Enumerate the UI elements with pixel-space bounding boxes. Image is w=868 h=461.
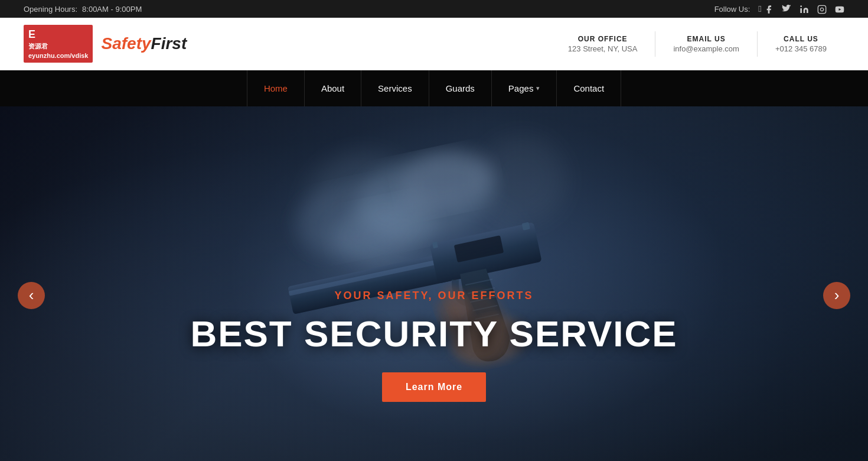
linkedin-icon[interactable] bbox=[800, 4, 809, 14]
hero-slider: YOUR SAFETY, OUR EFFORTS BEST SECURITY S… bbox=[0, 106, 868, 461]
nav-item-contact[interactable]: Contact bbox=[557, 70, 621, 106]
learn-more-button[interactable]: Learn More bbox=[382, 372, 486, 402]
call-label: CALL US bbox=[784, 35, 818, 43]
watermark: E 资源君 eyunzhu.com/vdisk bbox=[24, 25, 93, 63]
watermark-line2: eyunzhu.com/vdisk bbox=[28, 52, 88, 59]
next-slide-button[interactable]: › bbox=[823, 282, 850, 309]
hero-title: BEST SECURITY SERVICE bbox=[0, 313, 868, 355]
office-value: 123 Street, NY, USA bbox=[568, 44, 638, 53]
hero-visual bbox=[0, 106, 868, 461]
pages-dropdown-arrow: ▾ bbox=[536, 85, 540, 92]
svg-rect-12 bbox=[522, 222, 530, 230]
top-bar: Opening Hours: 8:00AM - 9:00PM Follow Us… bbox=[0, 0, 868, 18]
facebook-icon[interactable]:  bbox=[758, 4, 774, 14]
opening-hours-value: 8:00AM - 9:00PM bbox=[82, 5, 142, 14]
call-info: CALL US +012 345 6789 bbox=[757, 31, 844, 57]
email-label: EMAIL US bbox=[687, 35, 726, 43]
watermark-icon: E bbox=[28, 28, 35, 40]
nav-item-pages[interactable]: Pages ▾ bbox=[492, 70, 557, 106]
nav-services-label: Services bbox=[378, 83, 412, 93]
nav-item-about[interactable]: About bbox=[305, 70, 361, 106]
opening-hours: Opening Hours: 8:00AM - 9:00PM bbox=[24, 5, 142, 14]
hero-content: YOUR SAFETY, OUR EFFORTS BEST SECURITY S… bbox=[0, 290, 868, 402]
nav-home-label: Home bbox=[264, 83, 288, 93]
nav-bar: Home About Services Guards Pages ▾ Conta… bbox=[0, 70, 868, 106]
nav-item-guards[interactable]: Guards bbox=[429, 70, 492, 106]
header-contact-info: OUR OFFICE 123 Street, NY, USA EMAIL US … bbox=[550, 31, 844, 57]
next-arrow-icon: › bbox=[834, 287, 840, 303]
logo[interactable]: E 资源君 eyunzhu.com/vdisk SafetyFirst bbox=[24, 25, 187, 63]
prev-arrow-icon: ‹ bbox=[29, 287, 34, 303]
email-value: info@example.com bbox=[673, 44, 739, 53]
main-nav: Home About Services Guards Pages ▾ Conta… bbox=[247, 70, 621, 106]
call-value: +012 345 6789 bbox=[775, 44, 827, 53]
instagram-icon[interactable] bbox=[817, 4, 827, 14]
email-info: EMAIL US info@example.com bbox=[655, 31, 756, 57]
nav-about-label: About bbox=[321, 83, 344, 93]
brand-safety: Safety bbox=[101, 34, 151, 53]
prev-slide-button[interactable]: ‹ bbox=[18, 282, 45, 309]
svg-rect-1 bbox=[818, 5, 825, 13]
youtube-icon[interactable] bbox=[835, 4, 844, 14]
opening-hours-label: Opening Hours: bbox=[24, 5, 77, 14]
nav-pages-label: Pages bbox=[508, 83, 534, 93]
site-header: E 资源君 eyunzhu.com/vdisk SafetyFirst OUR … bbox=[0, 18, 868, 70]
social-links: Follow Us:  bbox=[714, 4, 844, 14]
office-label: OUR OFFICE bbox=[578, 35, 628, 43]
hero-tagline: YOUR SAFETY, OUR EFFORTS bbox=[0, 290, 868, 302]
nav-item-home[interactable]: Home bbox=[247, 70, 305, 106]
nav-contact-label: Contact bbox=[573, 83, 604, 93]
office-info: OUR OFFICE 123 Street, NY, USA bbox=[550, 31, 655, 57]
follow-us-label: Follow Us: bbox=[714, 5, 750, 14]
svg-point-0 bbox=[800, 5, 802, 7]
brand-first: First bbox=[151, 34, 187, 53]
brand-name: SafetyFirst bbox=[101, 35, 187, 52]
twitter-icon[interactable] bbox=[782, 4, 791, 14]
nav-item-services[interactable]: Services bbox=[361, 70, 429, 106]
nav-guards-label: Guards bbox=[446, 83, 475, 93]
watermark-line1: 资源君 bbox=[28, 43, 48, 50]
